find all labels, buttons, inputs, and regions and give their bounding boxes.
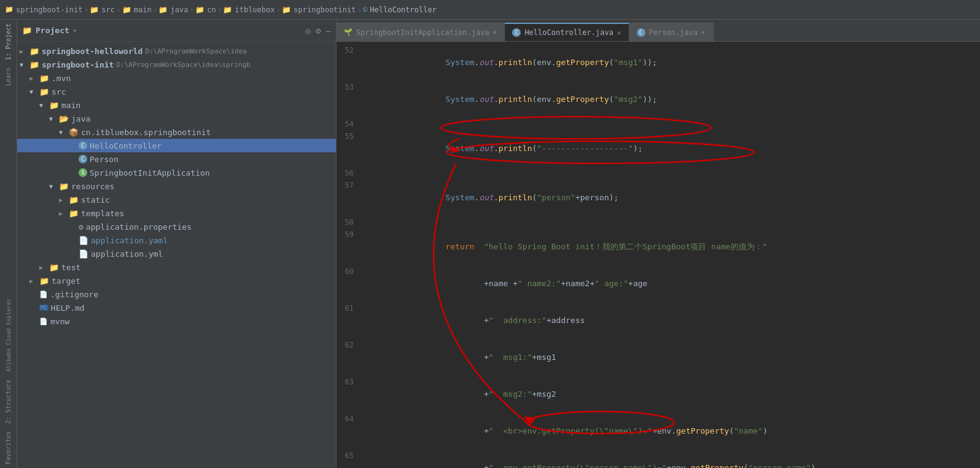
code-line-62: 62 +" msg1:"+msg1 [336, 339, 980, 376]
folder-icon: 📁 [195, 6, 204, 14]
tabs-bar: 🌱 SpringbootInitApplication.java ✕ C Hel… [336, 20, 980, 42]
breadcrumb-item-1[interactable]: 📁 springboot-init [5, 6, 82, 14]
tree-item-app-yaml[interactable]: 📄 application.yaml [17, 233, 336, 247]
tree-item-spring-app[interactable]: S SpringbootInitApplication [17, 166, 336, 179]
class-icon: C [637, 28, 645, 37]
code-line-52: 52 System.out.println(env.getProperty("m… [336, 44, 980, 81]
breadcrumb-item-4[interactable]: 📁 java [158, 6, 188, 14]
md-icon: MD [39, 305, 49, 311]
dropdown-icon[interactable]: ▾ [73, 27, 77, 34]
folder-icon: 📁 [29, 60, 39, 69]
tab-hello-controller[interactable]: C HelloController.java ✕ [505, 23, 629, 41]
folder-icon: 📁 [122, 6, 131, 14]
tree-item-target[interactable]: ▶ 📁 target [17, 274, 336, 287]
settings-icon[interactable]: ⚙ [316, 26, 321, 36]
tree-item-person[interactable]: C Person [17, 152, 336, 166]
breadcrumb-item-8[interactable]: © HelloController [363, 6, 437, 14]
expand-arrow: ▼ [20, 61, 29, 68]
breadcrumb-bar: 📁 springboot-init › 📁 src › 📁 main › 📁 j… [0, 0, 980, 20]
expand-arrow: ▶ [39, 264, 49, 271]
tree-item-test[interactable]: ▶ 📁 test [17, 260, 336, 274]
tree-item-helloworld[interactable]: ▶ 📁 springboot-helloworld D:\AProgramWor… [17, 44, 336, 58]
expand-arrow: ▶ [29, 278, 39, 284]
tree-item-hello-controller[interactable]: C HelloController [17, 139, 336, 152]
git-icon: 📄 [39, 291, 48, 298]
breadcrumb-item-6[interactable]: 📁 itbluebox [223, 6, 274, 14]
folder-res-icon: 📁 [59, 182, 69, 191]
breadcrumb-item-3[interactable]: 📁 main [122, 6, 152, 14]
tree-item-main[interactable]: ▼ 📁 main [17, 98, 336, 112]
folder-icon: 📁 [69, 209, 79, 218]
file-tree-content: ▶ 📁 springboot-helloworld D:\AProgramWor… [17, 42, 336, 468]
left-panel: 1: Project Learn Alibaba Cloud Explorer … [0, 20, 17, 468]
code-panel: 🌱 SpringbootInitApplication.java ✕ C Hel… [336, 20, 980, 468]
code-line-53: 53 System.out.println(env.getProperty("m… [336, 81, 980, 118]
expand-arrow: ▼ [49, 115, 59, 122]
expand-arrow: ▶ [20, 48, 29, 55]
code-line-61: 61 +" address:"+address [336, 302, 980, 339]
file-tree-actions: ◎ ⚙ — [306, 26, 331, 36]
expand-arrow: ▶ [29, 75, 39, 82]
folder-icon: 📁 [5, 6, 14, 14]
file-tree-panel: 📁 Project ▾ ◎ ⚙ — ▶ 📁 springboot-hellowo… [17, 20, 336, 468]
code-line-63: 63 +" msg2:"+msg2 [336, 376, 980, 413]
tree-item-gitignore[interactable]: 📄 .gitignore [17, 287, 336, 301]
tree-item-springboot-init[interactable]: ▼ 📁 springboot-init D:\AProgramWorkSpace… [17, 58, 336, 71]
folder-src-icon: 📂 [59, 114, 69, 123]
class-icon: C [512, 28, 521, 37]
sidebar-tab-project[interactable]: 1: Project [4, 20, 13, 64]
breadcrumb-item-5[interactable]: 📁 cn [195, 6, 216, 14]
folder-icon: 📁 [39, 87, 49, 96]
sidebar-tab-structure[interactable]: 2: Structure [4, 376, 13, 427]
class-icon: C [79, 141, 87, 150]
folder-icon: 📁 [69, 195, 79, 205]
breadcrumb-item-2[interactable]: 📁 src [90, 6, 115, 14]
tree-item-resources[interactable]: ▼ 📁 resources [17, 179, 336, 193]
minimize-icon[interactable]: — [326, 26, 331, 36]
spring-class-icon: S [79, 168, 87, 177]
expand-arrow: ▼ [59, 129, 69, 136]
yml-icon: 📄 [79, 249, 88, 259]
tab-close-button[interactable]: ✕ [701, 28, 706, 36]
tree-item-app-properties[interactable]: ⚙ application.properties [17, 220, 336, 233]
file-icon: 📄 [39, 318, 48, 326]
folder-icon: 📁 [49, 263, 59, 272]
expand-arrow: ▶ [59, 197, 69, 203]
code-line-64: 64 +" <br>env.getProperty(\"name\")="+en… [336, 413, 980, 450]
tab-close-button[interactable]: ✕ [617, 29, 621, 37]
class-icon: C [79, 155, 87, 163]
spring-icon: 🌱 [344, 28, 352, 36]
code-line-54: 54 [336, 118, 980, 130]
code-line-59: 59 return "hello Spring Boot init！我的第二个S… [336, 228, 980, 265]
code-line-57: 57 System.out.println("person"+person); [336, 179, 980, 216]
folder-icon: 📁 [158, 6, 168, 14]
props-icon: ⚙ [79, 222, 84, 232]
tree-item-app-yml[interactable]: 📄 application.yml [17, 247, 336, 260]
folder-target-icon: 📁 [39, 276, 49, 286]
tree-item-static[interactable]: ▶ 📁 static [17, 193, 336, 206]
folder-icon: 📁 [29, 47, 39, 56]
tab-springboot-app[interactable]: 🌱 SpringbootInitApplication.java ✕ [336, 23, 505, 41]
folder-icon: 📁 [90, 6, 99, 14]
code-line-65: 65 +" env.getProperty(\"person.name\")="… [336, 450, 980, 468]
code-line-56: 56 [336, 167, 980, 179]
code-line-55: 55 System.out.println("-----------------… [336, 130, 980, 167]
sidebar-tab-alibaba[interactable]: Alibaba Cloud Explorer [4, 295, 13, 375]
tree-item-help-md[interactable]: MD HELP.md [17, 301, 336, 314]
tree-item-mvnw[interactable]: 📄 mvnw [17, 314, 336, 328]
tree-item-mvn[interactable]: ▶ 📁 .mvn [17, 71, 336, 85]
code-content[interactable]: 52 System.out.println(env.getProperty("m… [336, 42, 980, 468]
tree-item-templates[interactable]: ▶ 📁 templates [17, 206, 336, 220]
tree-item-package[interactable]: ▼ 📦 cn.itbluebox.springbootinit [17, 125, 336, 139]
breadcrumb-item-7[interactable]: 📁 springbootinit [282, 6, 356, 14]
tree-item-java[interactable]: ▼ 📂 java [17, 112, 336, 125]
tab-person[interactable]: C Person.java ✕ [629, 23, 714, 41]
code-line-60: 60 +name +" name2:"+name2+" age:"+age [336, 265, 980, 302]
tree-item-src[interactable]: ▼ 📁 src [17, 85, 336, 98]
folder-icon: 📁 [282, 6, 291, 14]
expand-arrow: ▼ [49, 183, 59, 190]
locate-file-button[interactable]: ◎ [306, 26, 311, 36]
tab-close-button[interactable]: ✕ [493, 28, 497, 36]
sidebar-tab-learn[interactable]: Learn [4, 64, 13, 90]
sidebar-tab-favorites[interactable]: Favorites [4, 427, 13, 468]
